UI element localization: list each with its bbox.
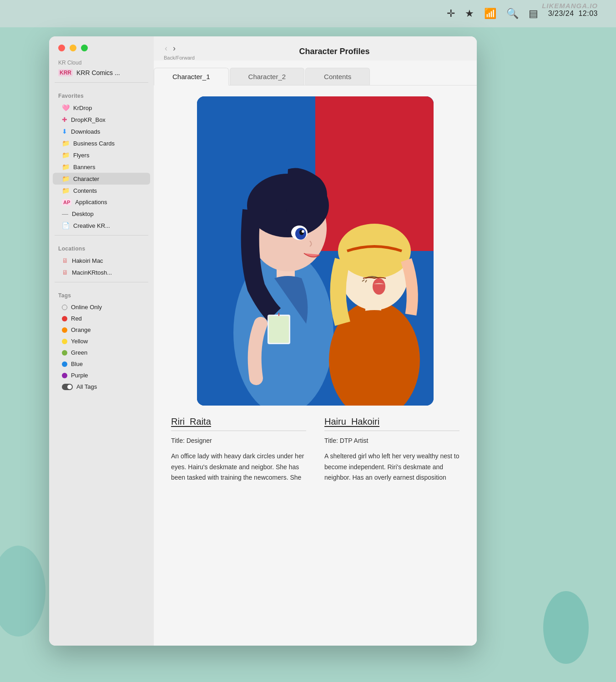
tag-dot-green: [62, 350, 67, 356]
sidebar-item-character[interactable]: 📁 Character: [53, 173, 150, 185]
downloads-icon: ⬇: [62, 128, 67, 135]
move-icon: ✛: [447, 8, 455, 20]
window-title: Character Profiles: [201, 47, 468, 56]
char2-name: Hairu_Hakoiri: [324, 416, 459, 431]
krdrop-icon: 🩷: [62, 104, 70, 111]
mac-icon-macinkr: 🖥: [62, 269, 68, 276]
sidebar-item-label: Hakoiri Mac: [72, 257, 103, 264]
svg-rect-12: [269, 316, 289, 343]
cloud-item[interactable]: KRR KRR Comics ...: [49, 67, 154, 79]
sidebar-item-dropkr[interactable]: ✚ DropKR_Box: [53, 114, 150, 125]
character-descriptions: Riri_Raita Title: Designer An office lad…: [167, 416, 464, 483]
sidebar-item-online-only[interactable]: Online Only: [53, 301, 150, 313]
sidebar-item-all-tags[interactable]: All Tags: [53, 381, 150, 392]
all-tags-toggle[interactable]: [62, 384, 73, 390]
desktop-icon: —: [62, 210, 68, 217]
forward-button[interactable]: ›: [171, 43, 177, 54]
svg-point-10: [302, 230, 304, 233]
char2-title: Title: DTP Artist: [324, 436, 459, 446]
sidebar-item-creative-kr[interactable]: 📄 Creative KR...: [53, 220, 150, 231]
back-forward-label: Back/Forward: [163, 55, 195, 60]
tags-label: Tags: [49, 286, 154, 301]
sidebar-divider-1: [55, 82, 148, 83]
sidebar-item-macinkr[interactable]: 🖥 MacinKRtosh...: [53, 266, 150, 278]
sidebar-item-red[interactable]: Red: [53, 313, 150, 324]
sidebar-item-label: Downloads: [71, 128, 100, 135]
mac-icon-hakoiri: 🖥: [62, 257, 68, 264]
sidebar-item-green[interactable]: Green: [53, 347, 150, 358]
tab-contents[interactable]: Contents: [305, 68, 370, 85]
sidebar-item-label: KrDrop: [73, 105, 92, 111]
back-button[interactable]: ‹: [163, 43, 169, 54]
svg-point-18: [373, 278, 385, 295]
sidebar-divider-2: [55, 235, 148, 236]
folder-icon-flyers: 📁: [62, 151, 70, 159]
sidebar: KR Cloud KRR KRR Comics ... Favorites 🩷 …: [49, 36, 154, 646]
sidebar-item-contents[interactable]: 📁 Contents: [53, 185, 150, 196]
char1-title: Title: Designer: [171, 436, 306, 446]
sidebar-item-label: Character: [73, 176, 99, 182]
bluetooth-icon: ★: [465, 8, 474, 20]
sidebar-item-label: Orange: [71, 326, 91, 333]
sidebar-item-banners[interactable]: 📁 Banners: [53, 161, 150, 173]
char1-text: An office lady with heavy dark circles u…: [171, 451, 306, 483]
settings-icon[interactable]: ▤: [529, 8, 538, 20]
sidebar-item-applications[interactable]: AP Applications: [53, 196, 150, 208]
sidebar-item-blue[interactable]: Blue: [53, 358, 150, 370]
sidebar-item-orange[interactable]: Orange: [53, 324, 150, 336]
sidebar-item-krdrop[interactable]: 🩷 KrDrop: [53, 102, 150, 114]
char2-text: A sheltered girl who left her very wealt…: [324, 451, 459, 483]
sidebar-item-label: Business Cards: [73, 140, 115, 147]
sidebar-item-downloads[interactable]: ⬇ Downloads: [53, 125, 150, 137]
toolbar: ‹ › Back/Forward Character Profiles: [154, 36, 477, 60]
sidebar-item-yellow[interactable]: Yellow: [53, 336, 150, 347]
locations-label: Locations: [49, 239, 154, 255]
sidebar-item-label: Blue: [71, 361, 83, 367]
sidebar-item-label: Yellow: [71, 338, 88, 345]
minimize-button[interactable]: [70, 45, 76, 51]
sidebar-item-desktop[interactable]: — Desktop: [53, 208, 150, 220]
sidebar-item-label: Online Only: [71, 304, 102, 311]
search-icon[interactable]: 🔍: [506, 8, 519, 20]
dropkr-icon: ✚: [62, 116, 67, 123]
folder-icon-banners: 📁: [62, 163, 70, 170]
sidebar-item-label: Contents: [73, 187, 97, 194]
traffic-lights: [49, 36, 154, 57]
maximize-button[interactable]: [81, 45, 88, 51]
sidebar-item-business-cards[interactable]: 📁 Business Cards: [53, 137, 150, 149]
character-image-wrapper: [167, 96, 464, 406]
content-area: Riri_Raita Title: Designer An office lad…: [154, 85, 477, 646]
tag-dot-blue: [62, 361, 67, 367]
sidebar-item-label: All Tags: [76, 383, 97, 390]
sidebar-item-label: Applications: [75, 199, 107, 206]
sidebar-item-flyers[interactable]: 📁 Flyers: [53, 149, 150, 161]
tag-dot-empty: [62, 305, 67, 310]
tab-character2[interactable]: Character_2: [230, 68, 305, 85]
main-content: ‹ › Back/Forward Character Profiles Char…: [154, 36, 477, 646]
bg-decoration-right: [543, 591, 589, 664]
wifi-icon: 📶: [484, 8, 496, 20]
favorites-label: Favorites: [49, 86, 154, 102]
sidebar-item-label: Red: [71, 315, 82, 322]
sidebar-item-label: MacinKRtosh...: [72, 269, 112, 276]
tag-dot-red: [62, 316, 67, 321]
char1-description: Riri_Raita Title: Designer An office lad…: [171, 416, 306, 483]
sidebar-item-label: Green: [71, 349, 87, 356]
sidebar-item-hakoiri-mac[interactable]: 🖥 Hakoiri Mac: [53, 255, 150, 266]
folder-icon-business: 📁: [62, 140, 70, 147]
cloud-item-label: KRR Comics ...: [76, 69, 120, 76]
folder-icon-character: 📁: [62, 175, 70, 182]
sidebar-item-label: Banners: [73, 164, 95, 170]
menubar-datetime: 3/23/24 12:03: [548, 10, 598, 18]
app-window: KR Cloud KRR KRR Comics ... Favorites 🩷 …: [49, 36, 477, 646]
bg-decoration-left: [0, 546, 45, 637]
sidebar-item-label: Desktop: [72, 211, 94, 217]
char2-description: Hairu_Hakoiri Title: DTP Artist A shelte…: [324, 416, 459, 483]
krr-icon: KRR: [58, 69, 73, 76]
tab-character1[interactable]: Character_1: [154, 68, 229, 85]
ap-icon: AP: [62, 199, 71, 206]
sidebar-item-purple[interactable]: Purple: [53, 370, 150, 381]
close-button[interactable]: [58, 45, 65, 51]
sidebar-divider-3: [55, 282, 148, 282]
menubar: ✛ ★ 📶 🔍 ▤ 3/23/24 12:03 LIKEMANGA.IO: [0, 0, 616, 27]
